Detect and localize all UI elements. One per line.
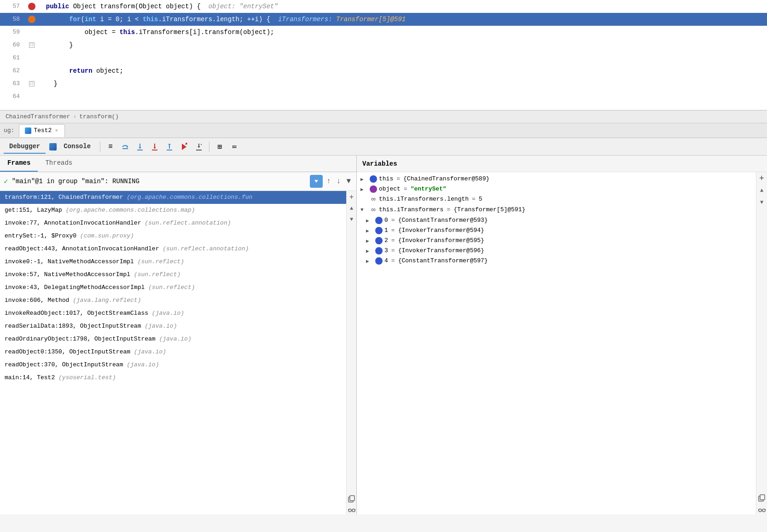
thread-up-button[interactable]: ↑ xyxy=(325,176,333,186)
var-expand-idx4[interactable]: ▶ xyxy=(366,258,373,264)
frame-item-10[interactable]: readSerialData:1893, ObjectInputStream (… xyxy=(0,320,346,333)
var-name-idx0: 0 xyxy=(384,217,388,224)
var-scroll-down[interactable]: ▼ xyxy=(757,198,767,207)
frame-item-5[interactable]: invoke0:-1, NativeMethodAccessorImpl (su… xyxy=(0,255,346,268)
var-index-1: ▶ 1 = {InvokerTransformer@594} xyxy=(357,226,756,236)
frame-pkg-1: (org.apache.commons.collections.map) xyxy=(66,207,195,214)
list-icon-button[interactable]: ≡ xyxy=(104,140,117,153)
frame-item-9[interactable]: invokeReadObject:1017, ObjectStreamClass… xyxy=(0,307,346,320)
tab-debugger[interactable]: Debugger xyxy=(4,140,46,154)
frame-item-1[interactable]: get:151, LazyMap (org.apache.commons.col… xyxy=(0,204,346,217)
tab-close-button[interactable]: × xyxy=(54,128,59,133)
evaluate-expression-button[interactable]: ⊞ xyxy=(213,140,226,153)
run-to-cursor-button[interactable] xyxy=(178,140,191,153)
smart-step-into-button[interactable] xyxy=(192,140,205,153)
var-expand-idx3[interactable]: ▶ xyxy=(366,248,373,254)
variables-content-area: ▶ this = {ChainedTransformer@589} ▶ obje… xyxy=(357,172,767,515)
svg-point-21 xyxy=(349,509,351,512)
var-val-itransformers: {Transformer[5]@591} xyxy=(453,206,525,213)
var-expand-idx2[interactable]: ▶ xyxy=(366,238,373,244)
var-index-3: ▶ 3 = {InvokerTransformer@596} xyxy=(357,246,756,256)
restore-layout-button[interactable]: ≔ xyxy=(228,140,241,153)
var-copy-button[interactable] xyxy=(757,493,767,503)
frames-panel: Frames Threads ✓ "main"@1 in group "main… xyxy=(0,156,357,515)
svg-rect-20 xyxy=(350,496,354,501)
var-expand-itransformers[interactable]: ▼ xyxy=(360,207,368,213)
tab-threads[interactable]: Threads xyxy=(38,156,80,172)
frame-scroll-down[interactable]: ▼ xyxy=(347,215,356,224)
frame-method-11: readOrdinaryObject:1798, ObjectInputStre… xyxy=(5,335,159,342)
frame-method-8: invoke:606, Method xyxy=(5,297,73,304)
frame-item-8[interactable]: invoke:606, Method (java.lang.reflect) xyxy=(0,294,346,307)
var-icon-idx3 xyxy=(375,247,383,254)
var-name-idx3: 3 xyxy=(384,247,388,254)
frame-add-button[interactable]: + xyxy=(347,193,356,202)
thread-down-button[interactable]: ↓ xyxy=(335,176,343,186)
frame-method-14: main:14, Test2 xyxy=(5,374,58,381)
line-number-64: 64 xyxy=(0,90,25,103)
frame-item-12[interactable]: readObject0:1350, ObjectInputStream (jav… xyxy=(0,346,346,359)
frame-copy-button[interactable] xyxy=(347,494,356,503)
var-object: ▶ object = "entrySet" xyxy=(357,184,756,194)
var-expand-idx0[interactable]: ▶ xyxy=(366,218,373,224)
var-itransformers: ▼ ∞ this.iTransformers = {Transformer[5]… xyxy=(357,205,756,215)
step-over-button[interactable] xyxy=(119,140,132,153)
step-into-button[interactable] xyxy=(134,140,146,153)
code-content-58: for(int i = 0; i < this.iTransformers.le… xyxy=(38,13,767,26)
frame-item-4[interactable]: readObject:443, AnnotationInvocationHand… xyxy=(0,243,346,255)
frame-item-14[interactable]: main:14, Test2 (ysoserial.test) xyxy=(0,371,346,384)
frame-item-6[interactable]: invoke:57, NativeMethodAccessorImpl (sun… xyxy=(0,268,346,281)
code-line-59: 59 object = this.iTransformers[i].transf… xyxy=(0,26,767,39)
var-val-idx3: {InvokerTransformer@596} xyxy=(398,247,484,254)
var-eq-idx3: = xyxy=(391,247,395,254)
frames-list: transform:121, ChainedTransformer (org.a… xyxy=(0,191,346,515)
tab-frames[interactable]: Frames xyxy=(0,156,38,172)
tab-file-icon xyxy=(25,127,31,134)
toolbar-separator-2 xyxy=(209,142,209,152)
frame-scroll-up[interactable]: ▲ xyxy=(347,204,356,213)
var-icon-object xyxy=(370,185,377,193)
var-scroll-up[interactable]: ▲ xyxy=(757,186,767,195)
frame-item-13[interactable]: readObject:370, ObjectInputStream (java.… xyxy=(0,359,346,371)
frame-item-7[interactable]: invoke:43, DelegatingMethodAccessorImpl … xyxy=(0,281,346,294)
svg-line-17 xyxy=(201,144,202,145)
tab-test2[interactable]: Test2 × xyxy=(19,124,65,137)
frame-item-11[interactable]: readOrdinaryObject:1798, ObjectInputStre… xyxy=(0,333,346,346)
thread-nav: ↑ ↓ ▼ xyxy=(310,175,353,188)
line-number-61: 61 xyxy=(0,52,25,64)
frame-method-6: invoke:57, NativeMethodAccessorImpl xyxy=(5,271,134,278)
gutter-60: □ xyxy=(25,42,38,48)
tab-console[interactable]: Console xyxy=(58,140,96,154)
var-index-2: ▶ 2 = {InvokerTransformer@595} xyxy=(357,236,756,246)
frame-glasses-button[interactable] xyxy=(347,505,356,515)
line-number-60: 60 xyxy=(0,39,25,52)
frame-scroll-controls: + ▲ ▼ xyxy=(346,191,356,515)
var-eq-idx0: = xyxy=(391,217,395,224)
frame-item-0[interactable]: transform:121, ChainedTransformer (org.a… xyxy=(0,191,346,204)
line-number-63: 63 xyxy=(0,77,25,90)
thread-dropdown-button[interactable] xyxy=(310,175,323,188)
svg-marker-9 xyxy=(168,144,171,145)
var-add-button[interactable]: + xyxy=(757,174,767,183)
var-glasses-button[interactable] xyxy=(757,505,767,515)
var-val-idx1: {InvokerTransformer@594} xyxy=(398,227,484,234)
frame-item-3[interactable]: entrySet:-1, $Proxy0 (com.sun.proxy) xyxy=(0,230,346,243)
var-name-this: this xyxy=(379,175,393,182)
var-expand-idx1[interactable]: ▶ xyxy=(366,228,373,234)
frame-item-2[interactable]: invoke:77, AnnotationInvocationHandler (… xyxy=(0,217,346,230)
step-out-button[interactable] xyxy=(163,140,176,153)
thread-filter-button[interactable]: ▼ xyxy=(344,176,353,186)
breakpoint-57 xyxy=(28,3,35,10)
var-eq-idx1: = xyxy=(391,227,395,234)
var-this: ▶ this = {ChainedTransformer@589} xyxy=(357,174,756,184)
var-icon-length: ∞ xyxy=(370,196,377,203)
frame-pkg-6: (sun.reflect) xyxy=(134,271,180,278)
var-val-idx2: {InvokerTransformer@595} xyxy=(398,237,484,244)
code-line-64: 64 xyxy=(0,90,767,103)
var-expand-object[interactable]: ▶ xyxy=(360,186,368,192)
force-step-into-button[interactable] xyxy=(148,140,161,153)
code-content-62: return object; xyxy=(38,64,767,77)
svg-rect-27 xyxy=(760,495,765,500)
var-expand-this[interactable]: ▶ xyxy=(360,176,368,182)
frame-method-5: invoke0:-1, NativeMethodAccessorImpl xyxy=(5,258,138,265)
